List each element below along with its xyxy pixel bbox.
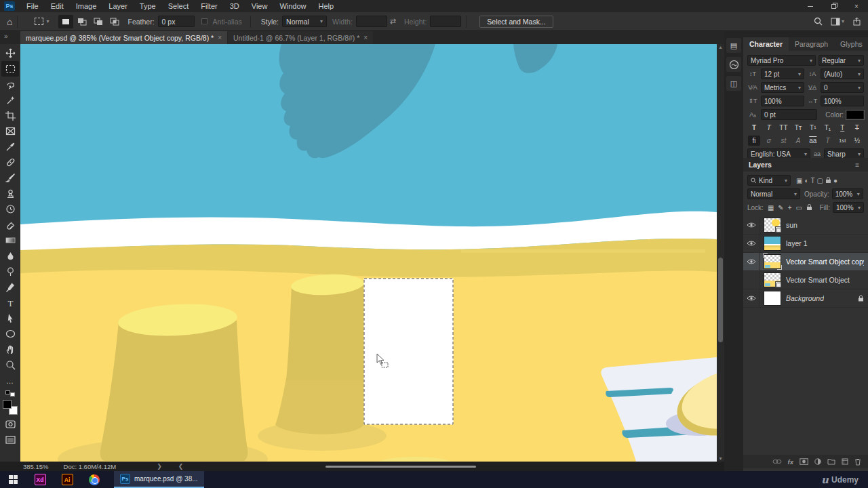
tab-untitled-1[interactable]: Untitled-1 @ 66.7% (Layer 1, RGB/8#) * × <box>228 31 373 44</box>
history-brush-tool[interactable] <box>1 201 19 217</box>
ordinals-button[interactable]: 1st <box>836 136 848 146</box>
contextual-alternates-button[interactable]: σ <box>763 136 775 146</box>
blend-mode-select[interactable]: Normal▾ <box>747 188 800 199</box>
type-tool[interactable]: T <box>1 295 19 310</box>
all-caps-button[interactable]: TT <box>777 123 789 133</box>
frame-tool[interactable] <box>1 123 19 139</box>
fractions-button[interactable]: ½ <box>851 136 863 146</box>
faux-italic-button[interactable]: T <box>763 123 775 133</box>
swap-width-height-icon[interactable]: ⇄ <box>390 17 396 26</box>
layer-row-layer-1[interactable]: layer 1 <box>743 235 868 253</box>
scroll-down-icon[interactable]: ▼ <box>718 456 723 461</box>
vertical-scrollbar[interactable]: ▲ ▼ <box>717 44 724 462</box>
layer-thumbnail[interactable] <box>764 254 781 269</box>
dodge-tool[interactable] <box>1 264 19 279</box>
minimize-button[interactable] <box>799 0 822 12</box>
menu-file[interactable]: File <box>20 0 45 12</box>
layer-row-background[interactable]: Background <box>743 289 868 308</box>
fill-input[interactable]: 100%▾ <box>833 202 864 213</box>
filter-shape-layers-icon[interactable]: ▢ <box>817 177 823 184</box>
status-arrow-right-icon[interactable]: ❯ <box>157 463 162 470</box>
photoshop-task-button[interactable]: Ps marquee.psd @ 38... <box>114 471 204 488</box>
underline-button[interactable]: T <box>836 123 848 133</box>
horizontal-scale-input[interactable]: 100% <box>821 96 864 106</box>
edit-toolbar-button[interactable]: … <box>1 373 19 388</box>
filter-toggle-icon[interactable]: ● <box>833 177 837 184</box>
marquee-selection[interactable] <box>364 279 453 424</box>
zoom-level[interactable]: 385.15% <box>23 463 49 470</box>
lock-position-icon[interactable]: + <box>788 204 792 211</box>
menu-edit[interactable]: Edit <box>45 0 70 12</box>
font-family-select[interactable]: Myriad Pro▾ <box>747 55 816 66</box>
eyedropper-tool[interactable] <box>1 139 19 155</box>
feather-input[interactable]: 0 px <box>158 16 195 27</box>
start-button[interactable] <box>4 471 22 488</box>
tab-paragraph[interactable]: Paragraph <box>789 37 834 51</box>
adobe-illustrator-taskbar-icon[interactable]: Ai <box>58 471 76 488</box>
add-to-selection-button[interactable] <box>75 15 90 28</box>
color-swatches[interactable] <box>3 400 18 415</box>
titling-alternates-button[interactable]: T <box>822 136 834 146</box>
foreground-color-swatch[interactable] <box>3 400 12 409</box>
leading-select[interactable]: (Auto)▾ <box>821 68 864 79</box>
add-layer-mask-icon[interactable] <box>800 458 808 465</box>
layer-row-vector-smart-object-copy[interactable]: Vector Smart Object copy <box>743 253 868 271</box>
menu-help[interactable]: Help <box>313 0 340 12</box>
brush-tool[interactable] <box>1 170 19 186</box>
share-icon[interactable] <box>852 17 861 26</box>
zoom-tool[interactable] <box>1 357 19 373</box>
lock-image-pixels-icon[interactable]: ✎ <box>778 204 783 211</box>
standard-ligatures-button[interactable]: fi <box>748 136 760 146</box>
visibility-toggle-off[interactable] <box>743 271 760 289</box>
tool-preset-picker[interactable]: ▾ <box>32 16 52 26</box>
select-and-mask-button[interactable]: Select and Mask... <box>479 16 553 28</box>
pen-tool[interactable] <box>1 279 19 295</box>
visibility-toggle[interactable] <box>743 216 760 235</box>
kerning-select[interactable]: Metrics▾ <box>761 82 804 93</box>
link-layers-icon[interactable] <box>772 459 782 464</box>
lock-transparent-pixels-icon[interactable]: ▦ <box>768 204 774 211</box>
gradient-tool[interactable] <box>1 232 19 248</box>
menu-view[interactable]: View <box>245 0 274 12</box>
lasso-tool[interactable] <box>1 77 19 92</box>
default-colors-icon[interactable] <box>5 390 15 396</box>
new-layer-icon[interactable] <box>842 458 848 465</box>
menu-image[interactable]: Image <box>70 0 103 12</box>
text-color-swatch[interactable] <box>846 110 864 119</box>
strikethrough-button[interactable]: T <box>851 123 863 133</box>
subtract-from-selection-button[interactable] <box>91 15 106 28</box>
quick-selection-tool[interactable] <box>1 92 19 108</box>
delete-layer-icon[interactable] <box>854 458 861 466</box>
tab-glyphs[interactable]: Glyphs <box>834 37 868 51</box>
libraries-panel-icon[interactable]: ◫ <box>726 76 741 91</box>
search-icon[interactable] <box>814 17 823 26</box>
toolbar-collapse-icon[interactable]: » <box>4 33 7 40</box>
close-icon[interactable]: × <box>218 34 222 41</box>
layer-row-vector-smart-object[interactable]: Vector Smart Object <box>743 271 868 289</box>
discretionary-ligatures-button[interactable]: st <box>777 136 789 146</box>
visibility-toggle[interactable] <box>743 235 760 253</box>
swash-button[interactable]: A <box>792 136 804 146</box>
close-icon[interactable]: × <box>363 34 368 41</box>
blur-tool[interactable] <box>1 248 19 264</box>
restore-button[interactable] <box>822 0 845 12</box>
workspace-icon[interactable] <box>831 18 840 26</box>
close-button[interactable]: × <box>845 0 868 12</box>
layer-filter-select[interactable]: Kind▾ <box>747 175 791 186</box>
background-lock-icon[interactable] <box>858 295 864 302</box>
font-size-select[interactable]: 12 pt▾ <box>761 68 804 79</box>
screen-mode-button[interactable] <box>1 432 19 447</box>
menu-select[interactable]: Select <box>162 0 195 12</box>
vertical-scale-input[interactable]: 100% <box>761 96 804 106</box>
layer-style-icon[interactable]: fx <box>788 458 793 466</box>
layer-thumbnail[interactable] <box>764 218 781 232</box>
new-group-icon[interactable] <box>827 458 835 465</box>
filter-pixel-layers-icon[interactable]: ▣ <box>796 177 802 184</box>
lock-all-icon[interactable] <box>806 204 812 211</box>
adobe-xd-taskbar-icon[interactable]: Xd <box>31 471 49 488</box>
superscript-button[interactable]: T¹ <box>807 123 819 133</box>
status-arrow-left-icon[interactable]: ❮ <box>178 463 184 470</box>
rectangular-marquee-tool[interactable] <box>1 61 19 77</box>
width-input[interactable] <box>356 16 387 27</box>
filter-smart-objects-icon[interactable] <box>825 177 831 184</box>
